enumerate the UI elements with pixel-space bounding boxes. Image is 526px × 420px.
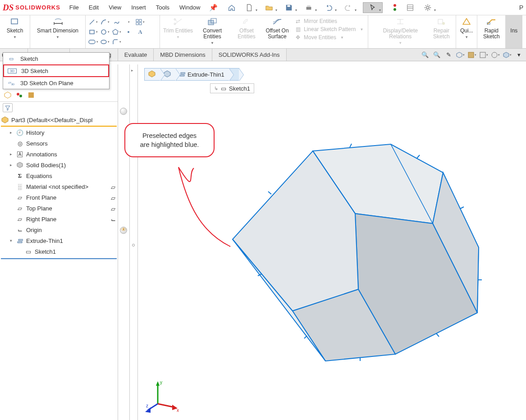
save-button[interactable] — [279, 2, 299, 13]
dropdown-3d-sketch[interactable]: 3D 3D Sketch — [3, 64, 109, 77]
menu-insert[interactable]: Insert — [131, 4, 146, 11]
open-file-button[interactable] — [259, 2, 279, 13]
tree-sensors[interactable]: ◎Sensors — [1, 138, 118, 149]
dropdown-3d-sketch-on-plane[interactable]: ▱3D 3D Sketch On Plane — [3, 77, 109, 89]
sub-breadcrumb[interactable]: ↳ ▭ Sketch1 — [210, 83, 254, 93]
origin-hint-icon[interactable]: ⌙ — [111, 216, 116, 223]
options-sheet-icon[interactable] — [403, 2, 418, 13]
circle-tool[interactable] — [100, 28, 110, 36]
fm-tab-tree-icon[interactable] — [3, 91, 13, 100]
zoom-area-icon[interactable]: 🔍 — [432, 50, 441, 59]
offset-on-surface-button[interactable]: Offset On Surface — [262, 17, 293, 46]
tree-root[interactable]: Part3 (Default<<Default>_Displ — [1, 114, 118, 125]
sketch-button[interactable]: Sketch ▼ — [3, 17, 27, 46]
repair-label: Repair Sketch — [430, 28, 453, 40]
crumb-part-icon-step[interactable] — [145, 68, 160, 80]
section-view-icon[interactable]: ✎ — [444, 50, 453, 59]
tab-evaluate[interactable]: Evaluate — [118, 49, 154, 61]
text-tool[interactable]: A — [135, 28, 145, 36]
mirror-pattern-group: ⇄Mirror Entities ▥Linear Sketch Pattern▼… — [293, 17, 365, 41]
plane-hint-right-icon[interactable]: ▱ — [111, 205, 115, 212]
filter-icon[interactable] — [3, 103, 13, 112]
quick-snaps-button[interactable]: Qui... ▼ — [459, 17, 474, 46]
offset-entities-button[interactable]: Offset Entities — [231, 17, 262, 46]
tree-equations[interactable]: ΣEquations — [1, 170, 118, 181]
rapid-sketch-button[interactable]: Rapid Sketch — [480, 17, 503, 46]
tab-mbd[interactable]: MBD Dimensions — [154, 49, 212, 61]
rebuild-button[interactable] — [387, 2, 403, 13]
tree-origin[interactable]: ⌙Origin — [1, 224, 118, 235]
plane-hint-top-icon[interactable]: ▱ — [111, 195, 115, 201]
plane-hint-front-icon[interactable]: ▱ — [111, 184, 115, 191]
menu-window[interactable]: Window — [179, 4, 200, 11]
display-delete-relations-button[interactable]: Display/Delete Relations ▼ — [371, 17, 430, 46]
tree-solid-bodies[interactable]: ▸Solid Bodies(1) — [1, 160, 118, 170]
tab-addins[interactable]: SOLIDWORKS Add-Ins — [212, 49, 287, 61]
fm-tab-config-icon[interactable] — [14, 91, 24, 100]
dropdown-sketch[interactable]: ▭ Sketch — [3, 53, 109, 64]
linear-sketch-pattern-button[interactable]: ▥Linear Sketch Pattern▼ — [294, 26, 363, 32]
point-tool[interactable] — [123, 28, 133, 36]
polygon-tool[interactable] — [112, 28, 122, 36]
redo-button[interactable] — [338, 2, 358, 13]
spline-flyout[interactable] — [123, 18, 133, 26]
select-tool-button[interactable] — [363, 2, 383, 13]
settings-gear-icon[interactable] — [418, 2, 438, 13]
display-style-icon[interactable] — [467, 50, 476, 59]
appearance-icon[interactable] — [491, 50, 500, 59]
trim-entities-button[interactable]: Trim Entities ▼ — [163, 17, 193, 46]
default-appearance-icon[interactable] — [120, 108, 127, 115]
hide-show-icon[interactable] — [479, 50, 488, 59]
timeline-node-icon[interactable] — [132, 244, 135, 247]
workspace: Part3 (Default<<Default>_Displ ▸🕘History… — [0, 64, 526, 420]
model-view[interactable] — [215, 137, 503, 389]
pin-icon[interactable]: 📌 — [209, 4, 218, 12]
svg-point-35 — [17, 93, 19, 96]
mirror-entities-button[interactable]: ⇄Mirror Entities — [294, 18, 363, 24]
slot-tool[interactable] — [88, 38, 98, 46]
new-file-button[interactable] — [239, 2, 259, 13]
line-tool[interactable] — [88, 18, 98, 26]
undo-button[interactable] — [319, 2, 338, 13]
crumb-feature-step[interactable]: Extrude-Thin1 — [175, 68, 229, 80]
ellipse-grid-tool[interactable] — [135, 18, 145, 26]
tree-annotations[interactable]: ▸AAnnotations — [1, 149, 118, 160]
menu-tools[interactable]: Tools — [156, 4, 169, 11]
fillet-tool[interactable] — [112, 38, 122, 46]
repair-sketch-button[interactable]: Repair Sketch — [430, 17, 453, 46]
tree-top-plane[interactable]: ▱Top Plane — [1, 203, 118, 214]
fm-tab-dim-icon[interactable] — [26, 91, 36, 100]
view-orientation-icon[interactable] — [456, 50, 465, 59]
move-entities-button[interactable]: ✥Move Entities▼ — [294, 34, 363, 41]
collapse-icon[interactable]: ▸ — [131, 68, 133, 73]
home-icon[interactable] — [224, 2, 239, 13]
arc-tool[interactable] — [100, 18, 110, 26]
ellipse-tool[interactable] — [100, 38, 110, 46]
tree-material[interactable]: ░Material <not specified> — [1, 181, 118, 192]
split-bar[interactable]: ▸ — [130, 64, 138, 420]
print-button[interactable] — [299, 2, 319, 13]
view-settings-icon[interactable]: ▾ — [514, 50, 523, 59]
tree-front-plane[interactable]: ▱Front Plane — [1, 192, 118, 203]
tree-extrude[interactable]: ▾Extrude-Thin1 — [1, 235, 118, 246]
menu-view[interactable]: View — [109, 4, 121, 11]
edit-scene-icon[interactable] — [503, 50, 512, 59]
view-triad[interactable]: y x z — [145, 379, 181, 415]
graphics-area[interactable]: Extrude-Thin1 ↳ ▭ Sketch1 Preselected ed… — [138, 64, 526, 420]
smart-dimension-button[interactable]: Smart Dimension ▼ — [33, 17, 82, 46]
visibility-icon[interactable]: 👁 — [119, 226, 128, 233]
title-bar: DS SOLIDWORKS File Edit View Insert Tool… — [0, 0, 526, 15]
convert-entities-button[interactable]: Convert Entities ▼ — [193, 17, 231, 46]
menu-edit[interactable]: Edit — [89, 4, 99, 11]
tree-right-plane[interactable]: ▱Right Plane — [1, 214, 118, 224]
spline-tool[interactable] — [112, 18, 122, 26]
sketch-dropdown-menu: ▭ Sketch 3D 3D Sketch ▱3D 3D Sketch On P… — [3, 52, 110, 89]
logo-mark-icon: DS — [3, 3, 14, 13]
tree-history[interactable]: ▸🕘History — [1, 127, 118, 138]
instant2d-button[interactable]: Ins — [508, 17, 519, 46]
zoom-fit-icon[interactable]: 🔍 — [421, 50, 430, 59]
rectangle-tool[interactable] — [88, 28, 98, 36]
menu-file[interactable]: File — [69, 4, 79, 11]
tree-sketch1[interactable]: ▭Sketch1 — [1, 246, 118, 257]
triad-z: z — [146, 403, 148, 408]
